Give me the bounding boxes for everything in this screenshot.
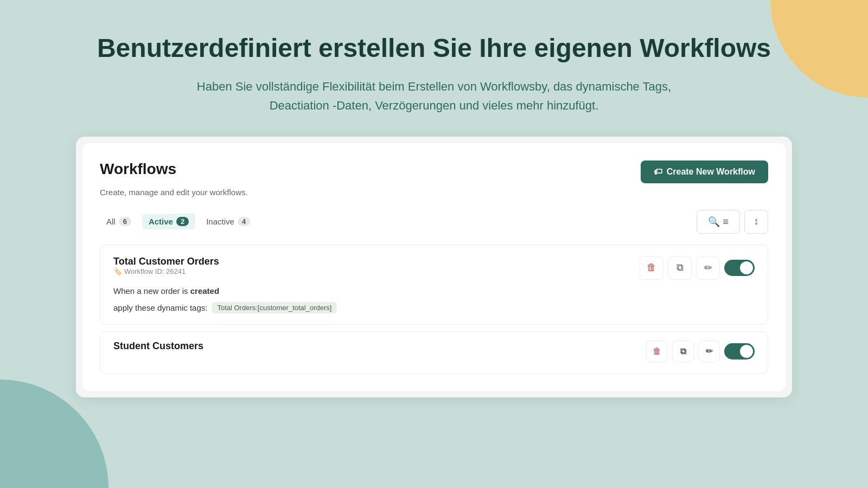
workflow-actions-2: 🗑 ⧉ ✏ bbox=[646, 341, 755, 362]
create-new-workflow-button[interactable]: 🏷 Create New Workflow bbox=[641, 160, 768, 183]
tab-inactive-label: Inactive bbox=[206, 217, 234, 226]
tab-all-badge: 6 bbox=[119, 217, 131, 226]
workflow-name-2: Student Customers bbox=[113, 341, 203, 352]
tag-icon: 🏷 bbox=[654, 167, 662, 177]
sort-icon: ↕ bbox=[754, 216, 759, 227]
search-filter-button[interactable]: 🔍 ≡ bbox=[697, 210, 740, 234]
tab-all-label: All bbox=[106, 217, 116, 226]
header-section: Benutzerdefiniert erstellen Sie Ihre eig… bbox=[0, 0, 868, 137]
workflow-tags-row-1: apply these dynamic tags: Total Orders:[… bbox=[113, 302, 755, 313]
tabs-row: All 6 Active 2 Inactive 4 🔍 ≡ ↕ bbox=[100, 210, 768, 234]
workflow-actions-1: 🗑 ⧉ ✏ bbox=[640, 256, 755, 280]
delete-icon-2: 🗑 bbox=[653, 346, 661, 356]
tab-inactive[interactable]: Inactive 4 bbox=[200, 214, 257, 229]
workflow-trigger-1: When a new order is created bbox=[113, 286, 755, 296]
delete-icon-1: 🗑 bbox=[647, 262, 656, 273]
toggle-circle-1 bbox=[740, 261, 753, 274]
card-title: Workflows bbox=[100, 160, 176, 178]
delete-button-1[interactable]: 🗑 bbox=[640, 256, 663, 280]
tab-active-badge: 2 bbox=[176, 217, 189, 226]
subtitle: Haben Sie vollständige Flexibilität beim… bbox=[190, 77, 678, 115]
tabs-group: All 6 Active 2 Inactive 4 bbox=[100, 214, 257, 229]
tab-active-label: Active bbox=[149, 217, 173, 226]
copy-button-1[interactable]: ⧉ bbox=[668, 256, 692, 280]
workflow-id-1: 🏷️ Workflow ID: 26241 bbox=[113, 267, 219, 275]
tag-badge-1: Total Orders:[customer_total_orders] bbox=[212, 302, 337, 313]
copy-icon-2: ⧉ bbox=[680, 346, 686, 356]
workflow-id-text-1: Workflow ID: 26241 bbox=[124, 267, 186, 275]
tag-emoji-1: 🏷️ bbox=[113, 267, 122, 275]
trigger-bold-1: created bbox=[190, 286, 219, 296]
workflow-item-1: Total Customer Orders 🏷️ Workflow ID: 26… bbox=[100, 245, 768, 325]
card-header: Workflows 🏷 Create New Workflow bbox=[100, 160, 768, 183]
workflow-item-2-header: Student Customers 🗑 ⧉ ✏ bbox=[113, 341, 755, 362]
tab-active[interactable]: Active 2 bbox=[142, 214, 195, 229]
edit-button-2[interactable]: ✏ bbox=[698, 341, 720, 362]
card-subtitle: Create, manage and edit your workflows. bbox=[100, 188, 768, 197]
edit-icon-2: ✏ bbox=[706, 346, 713, 356]
workflow-item-1-header: Total Customer Orders 🏷️ Workflow ID: 26… bbox=[113, 256, 755, 284]
edit-icon-1: ✏ bbox=[704, 262, 712, 274]
card-inner: Workflows 🏷 Create New Workflow Create, … bbox=[82, 143, 786, 391]
sort-button[interactable]: ↕ bbox=[744, 210, 768, 234]
toggle-1[interactable] bbox=[724, 260, 755, 276]
tags-label-1: apply these dynamic tags: bbox=[113, 303, 207, 312]
main-title: Benutzerdefiniert erstellen Sie Ihre eig… bbox=[54, 33, 814, 64]
tab-inactive-badge: 4 bbox=[238, 217, 250, 226]
copy-button-2[interactable]: ⧉ bbox=[672, 341, 694, 362]
copy-icon-1: ⧉ bbox=[676, 262, 684, 273]
toggle-2[interactable] bbox=[724, 343, 755, 359]
search-filter-icon: 🔍 ≡ bbox=[708, 216, 729, 228]
tools-row: 🔍 ≡ ↕ bbox=[697, 210, 768, 234]
main-card-container: Workflows 🏷 Create New Workflow Create, … bbox=[76, 137, 792, 397]
delete-button-2[interactable]: 🗑 bbox=[646, 341, 668, 362]
edit-button-1[interactable]: ✏ bbox=[696, 256, 720, 280]
toggle-circle-2 bbox=[740, 345, 753, 358]
tab-all[interactable]: All 6 bbox=[100, 214, 138, 229]
workflow-item-2: Student Customers 🗑 ⧉ ✏ bbox=[100, 331, 768, 374]
workflow-item-1-info: Total Customer Orders 🏷️ Workflow ID: 26… bbox=[113, 256, 219, 284]
workflow-name-1: Total Customer Orders bbox=[113, 256, 219, 267]
create-button-label: Create New Workflow bbox=[667, 167, 755, 177]
